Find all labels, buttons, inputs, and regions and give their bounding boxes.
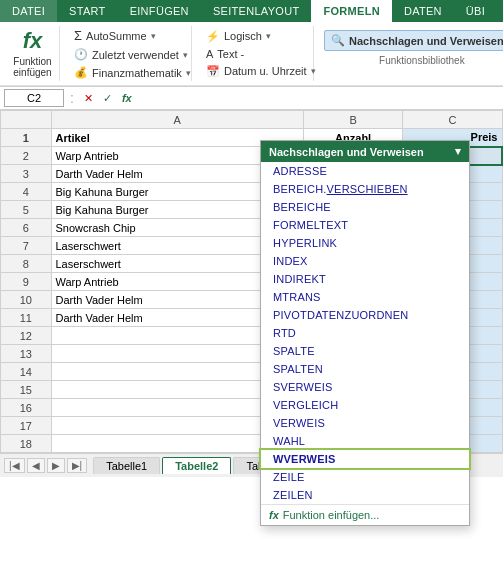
dropdown-item-verweis[interactable]: VERWEIS	[261, 414, 469, 432]
calendar-icon: 📅	[206, 65, 220, 78]
corner-header	[1, 111, 52, 129]
text-button[interactable]: A Text -	[202, 46, 305, 62]
footer-label: Funktion einfügen...	[283, 509, 380, 521]
autosum-button[interactable]: Σ AutoSumme ▾	[70, 26, 183, 45]
sheet-nav-next[interactable]: ▶	[47, 458, 65, 473]
lookup-icon: 🔍	[331, 34, 345, 47]
dropdown-item-rtd[interactable]: RTD	[261, 324, 469, 342]
confirm-formula-button[interactable]: ✓	[99, 91, 116, 106]
insert-function-button[interactable]: fx	[118, 91, 136, 106]
row-num-5: 5	[1, 201, 52, 219]
autosum-arrow: ▾	[151, 31, 156, 41]
autosum-label: AutoSumme	[86, 30, 147, 42]
sheet-nav-prev[interactable]: ◀	[27, 458, 45, 473]
dropdown-item-mtrans[interactable]: MTRANS	[261, 288, 469, 306]
cancel-formula-button[interactable]: ✕	[80, 91, 97, 106]
text-label: Text -	[217, 48, 244, 60]
tab-uebersicht[interactable]: ÜBI	[454, 0, 497, 22]
tab-formeln[interactable]: FORMELN	[311, 0, 391, 22]
row-num-15: 15	[1, 381, 52, 399]
row-num-4: 4	[1, 183, 52, 201]
dropdown-item-adresse[interactable]: ADRESSE	[261, 162, 469, 180]
tab-seitenlayout[interactable]: SEITENLAYOUT	[201, 0, 312, 22]
logisch-button[interactable]: ⚡ Logisch ▾	[202, 28, 305, 45]
dropdown-item-bereiche[interactable]: BEREICHE	[261, 198, 469, 216]
cell-reference-input[interactable]	[4, 89, 64, 107]
text-icon: A	[206, 48, 213, 60]
lookup-dropdown: Nachschlagen und Verweisen ▾ ADRESSE BER…	[260, 140, 470, 526]
row-num-2: 2	[1, 147, 52, 165]
tab-einfuegen[interactable]: EINFÜGEN	[118, 0, 201, 22]
dropdown-item-zeile[interactable]: ZEILE	[261, 468, 469, 486]
dropdown-title: Nachschlagen und Verweisen	[269, 146, 424, 158]
ribbon-group-bibliothek: Σ AutoSumme ▾ 🕐 Zuletzt verwendet ▾ 💰 Fi…	[62, 26, 192, 81]
logisch-label: Logisch	[224, 30, 262, 42]
dropdown-footer-funktion[interactable]: fx Funktion einfügen...	[261, 504, 469, 525]
finanz-button[interactable]: 💰 Finanzmathematik ▾	[70, 64, 183, 81]
dropdown-header-arrow: ▾	[455, 145, 461, 158]
formula-bar-separator: :	[68, 90, 76, 106]
row-num-9: 9	[1, 273, 52, 291]
recent-button[interactable]: 🕐 Zuletzt verwendet ▾	[70, 46, 183, 63]
ribbon-group-logisch: ⚡ Logisch ▾ A Text - 📅 Datum u. Uhrzeit …	[194, 26, 314, 81]
clock-icon: 🕐	[74, 48, 88, 61]
dropdown-item-spalten[interactable]: SPALTEN	[261, 360, 469, 378]
funktion-einfuegen-button[interactable]: fx Funktioneinfügen	[13, 28, 51, 78]
finanz-icon: 💰	[74, 66, 88, 79]
dropdown-item-spalte[interactable]: SPALTE	[261, 342, 469, 360]
sheet-nav-first[interactable]: |◀	[4, 458, 25, 473]
dropdown-item-index[interactable]: INDEX	[261, 252, 469, 270]
formula-input[interactable]	[140, 91, 499, 105]
ribbon-group-nachschlagen: 🔍 Nachschlagen und Verweisen ▾ Funktions…	[316, 26, 497, 81]
dropdown-item-indirekt[interactable]: INDIREKT	[261, 270, 469, 288]
tab-start[interactable]: START	[57, 0, 118, 22]
col-header-row: A B C	[1, 111, 503, 129]
dropdown-item-wahl[interactable]: WAHL	[261, 432, 469, 450]
logisch-items: ⚡ Logisch ▾ A Text - 📅 Datum u. Uhrzeit …	[202, 26, 305, 81]
datum-label: Datum u. Uhrzeit	[224, 65, 307, 77]
tab-daten[interactable]: DATEN	[392, 0, 454, 22]
datum-button[interactable]: 📅 Datum u. Uhrzeit ▾	[202, 63, 305, 80]
dropdown-item-sverweis[interactable]: SVERWEIS	[261, 378, 469, 396]
sheet-nav-last[interactable]: ▶|	[67, 458, 88, 473]
tab-datei[interactable]: DATEI	[0, 0, 57, 22]
row-num-1: 1	[1, 129, 52, 147]
row-num-18: 18	[1, 435, 52, 453]
logisch-arrow: ▾	[266, 31, 271, 41]
ribbon-tab-bar: DATEI START EINFÜGEN SEITENLAYOUT FORMEL…	[0, 0, 503, 22]
dropdown-item-zeilen[interactable]: ZEILEN	[261, 486, 469, 504]
dropdown-item-formeltext[interactable]: FORMELTEXT	[261, 216, 469, 234]
ribbon-group-funktion: fx Funktioneinfügen	[6, 26, 60, 81]
row-num-14: 14	[1, 363, 52, 381]
row-num-8: 8	[1, 255, 52, 273]
finanz-arrow: ▾	[186, 68, 191, 78]
row-num-3: 3	[1, 165, 52, 183]
main-area: A B C 1 Artikel Anzahl Preis 2 Warp Antr…	[0, 110, 503, 453]
col-header-a[interactable]: A	[51, 111, 304, 129]
col-header-b[interactable]: B	[304, 111, 403, 129]
dropdown-item-pivot[interactable]: PIVOTDATENZUORDNEN	[261, 306, 469, 324]
col-header-c[interactable]: C	[403, 111, 502, 129]
row-num-11: 11	[1, 309, 52, 327]
finanz-label: Finanzmathematik	[92, 67, 182, 79]
bibliothek-items: Σ AutoSumme ▾ 🕐 Zuletzt verwendet ▾ 💰 Fi…	[70, 26, 183, 81]
funktion-einfuegen-label: Funktioneinfügen	[13, 56, 51, 78]
dropdown-item-hyperlink[interactable]: HYPERLINK	[261, 234, 469, 252]
dropdown-item-vergleich[interactable]: VERGLEICH	[261, 396, 469, 414]
nachschlagen-label: Nachschlagen und Verweisen	[349, 35, 503, 47]
ribbon-content: fx Funktioneinfügen Σ AutoSumme ▾ 🕐 Zule…	[0, 22, 503, 86]
logisch-icon: ⚡	[206, 30, 220, 43]
sheet-tab-tabelle1[interactable]: Tabelle1	[93, 457, 160, 474]
row-num-16: 16	[1, 399, 52, 417]
row-num-12: 12	[1, 327, 52, 345]
sheet-tab-tabelle2[interactable]: Tabelle2	[162, 457, 231, 474]
dropdown-item-wverweis[interactable]: WVERWEIS	[261, 450, 469, 468]
sigma-icon: Σ	[74, 28, 82, 43]
recent-label: Zuletzt verwendet	[92, 49, 179, 61]
dropdown-item-bereich[interactable]: BEREICH.VERSCHIEBEN	[261, 180, 469, 198]
nachschlagen-button[interactable]: 🔍 Nachschlagen und Verweisen ▾	[324, 30, 503, 51]
sheet-nav: |◀ ◀ ▶ ▶|	[4, 458, 87, 473]
ribbon: DATEI START EINFÜGEN SEITENLAYOUT FORMEL…	[0, 0, 503, 87]
dropdown-header: Nachschlagen und Verweisen ▾	[261, 141, 469, 162]
row-num-7: 7	[1, 237, 52, 255]
